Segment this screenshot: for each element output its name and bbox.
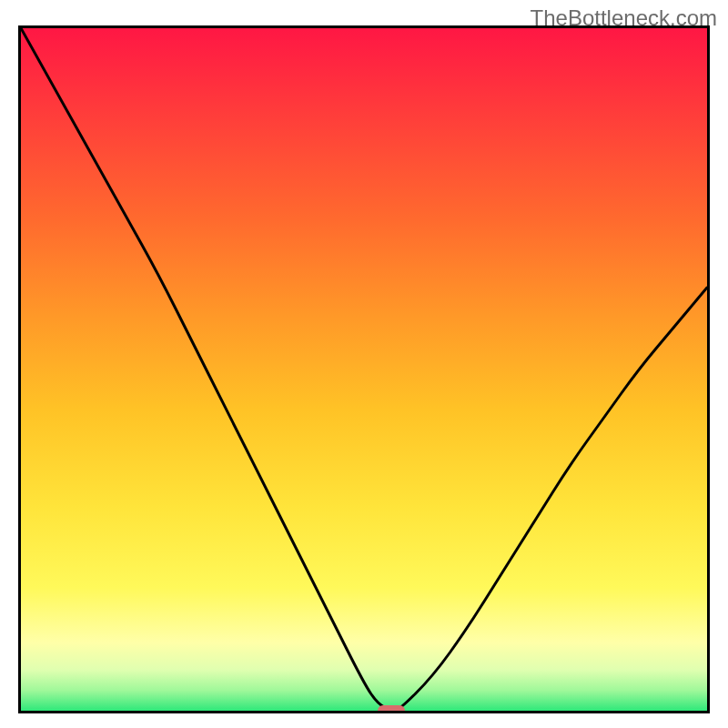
plot-area [18, 25, 710, 713]
chart-container: TheBottleneck.com [0, 0, 728, 728]
bottleneck-curve [21, 28, 707, 711]
watermark-text: TheBottleneck.com [531, 5, 717, 31]
optimal-point-marker [378, 705, 405, 713]
